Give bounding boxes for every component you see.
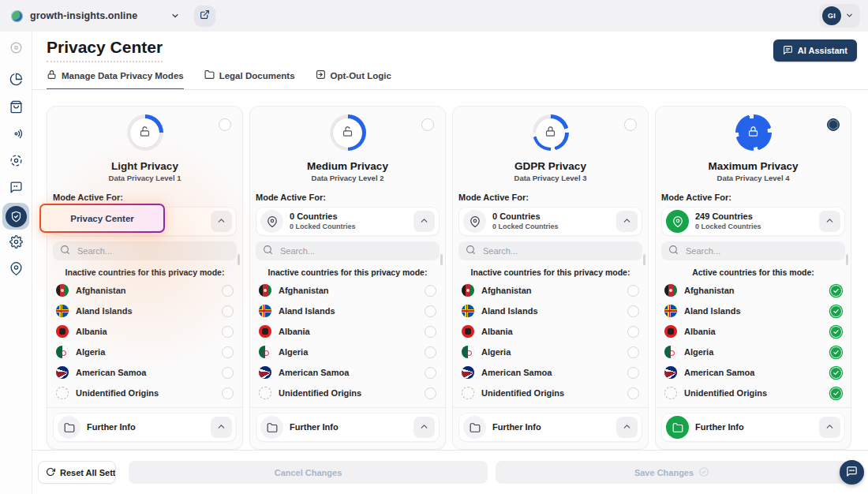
scrollbar-thumb[interactable] bbox=[643, 254, 645, 265]
country-search-input[interactable] bbox=[76, 245, 230, 256]
country-search[interactable] bbox=[458, 241, 642, 260]
further-info-row[interactable]: Further Info bbox=[53, 413, 237, 442]
country-select-circle[interactable] bbox=[627, 285, 639, 297]
country-active-check-icon[interactable] bbox=[830, 387, 842, 399]
country-row-unidentified-origins[interactable]: Unidentified Origins bbox=[53, 383, 237, 403]
country-row-aland-islands[interactable]: Aland Islands bbox=[661, 301, 845, 321]
country-active-check-icon[interactable] bbox=[830, 326, 842, 338]
country-search-input[interactable] bbox=[481, 245, 635, 256]
reset-all-settings-button[interactable]: Reset All Setti... bbox=[38, 461, 116, 484]
countries-summary-row[interactable]: 0 Countries 0 Locked Countries bbox=[256, 207, 440, 236]
save-changes-button[interactable]: Save Changes bbox=[496, 461, 848, 484]
sidebar-item-map-pin[interactable] bbox=[6, 260, 26, 280]
cancel-changes-button[interactable]: Cancel Changes bbox=[129, 461, 488, 484]
collapse-countries-button[interactable] bbox=[211, 211, 232, 232]
mode-select-radio[interactable] bbox=[827, 118, 840, 131]
countries-summary-row[interactable]: 249 Countries 0 Locked Countries bbox=[661, 207, 845, 236]
sidebar-item-chat[interactable] bbox=[6, 178, 26, 199]
country-select-circle[interactable] bbox=[425, 346, 436, 358]
country-active-check-icon[interactable] bbox=[830, 346, 842, 358]
sidebar-item-signal[interactable] bbox=[6, 125, 26, 145]
country-row-american-samoa[interactable]: American Samoa bbox=[256, 362, 440, 383]
country-row-unidentified-origins[interactable]: Unidentified Origins bbox=[256, 383, 440, 403]
collapse-further-info-button[interactable] bbox=[211, 417, 232, 438]
support-chat-fab[interactable] bbox=[840, 460, 864, 485]
country-row-afghanistan[interactable]: Afghanistan bbox=[53, 280, 237, 301]
sidebar-item-activity[interactable] bbox=[6, 39, 26, 59]
country-search[interactable] bbox=[661, 241, 845, 260]
mode-select-radio[interactable] bbox=[624, 118, 637, 131]
collapse-further-info-button[interactable] bbox=[413, 417, 435, 438]
sidebar-item-pie-chart[interactable] bbox=[6, 70, 26, 91]
tab-manage-data-privacy-modes[interactable]: Manage Data Privacy Modes bbox=[47, 69, 184, 90]
country-search[interactable] bbox=[53, 241, 237, 260]
further-info-row[interactable]: Further Info bbox=[458, 413, 642, 442]
sidebar-item-settings-gear[interactable] bbox=[6, 233, 26, 253]
country-row-afghanistan[interactable]: Afghanistan bbox=[256, 280, 440, 301]
collapse-further-info-button[interactable] bbox=[616, 417, 638, 438]
tab-opt-out-logic[interactable]: Opt-Out Logic bbox=[316, 69, 391, 90]
country-select-circle[interactable] bbox=[425, 326, 436, 338]
country-row-american-samoa[interactable]: American Samoa bbox=[53, 362, 237, 383]
country-row-albania[interactable]: Albania bbox=[458, 321, 642, 342]
country-select-circle[interactable] bbox=[222, 285, 234, 297]
country-select-circle[interactable] bbox=[222, 326, 234, 338]
country-row-algeria[interactable]: Algeria bbox=[661, 342, 845, 362]
countries-summary-row[interactable]: 0 Countries 0 Locked Countries bbox=[458, 207, 642, 236]
country-row-albania[interactable]: Albania bbox=[53, 321, 237, 342]
sidebar-item-privacy-center[interactable] bbox=[2, 203, 29, 230]
country-select-circle[interactable] bbox=[425, 367, 436, 379]
country-row-algeria[interactable]: Algeria bbox=[458, 342, 642, 362]
country-row-algeria[interactable]: Algeria bbox=[256, 342, 440, 362]
country-row-american-samoa[interactable]: American Samoa bbox=[661, 362, 845, 383]
country-select-circle[interactable] bbox=[627, 305, 639, 317]
country-select-circle[interactable] bbox=[222, 367, 234, 379]
country-active-check-icon[interactable] bbox=[830, 285, 842, 297]
country-select-circle[interactable] bbox=[425, 285, 436, 297]
country-select-circle[interactable] bbox=[627, 326, 639, 338]
sidebar-item-orbit[interactable] bbox=[6, 152, 26, 172]
mode-select-radio[interactable] bbox=[219, 118, 231, 131]
collapse-countries-button[interactable] bbox=[413, 211, 435, 232]
scrollbar-thumb[interactable] bbox=[440, 254, 443, 265]
country-row-afghanistan[interactable]: Afghanistan bbox=[458, 280, 642, 301]
site-dropdown-chevron-icon[interactable] bbox=[170, 11, 180, 21]
country-row-aland-islands[interactable]: Aland Islands bbox=[53, 301, 237, 321]
further-info-row[interactable]: Further Info bbox=[256, 413, 440, 442]
country-select-circle[interactable] bbox=[425, 305, 436, 317]
country-select-circle[interactable] bbox=[627, 387, 639, 399]
country-row-afghanistan[interactable]: Afghanistan bbox=[661, 280, 845, 301]
country-row-albania[interactable]: Albania bbox=[256, 321, 440, 342]
country-row-unidentified-origins[interactable]: Unidentified Origins bbox=[661, 383, 845, 403]
country-search-input[interactable] bbox=[684, 245, 838, 256]
scrollbar-thumb[interactable] bbox=[846, 254, 848, 265]
country-row-aland-islands[interactable]: Aland Islands bbox=[256, 301, 440, 321]
collapse-countries-button[interactable] bbox=[819, 211, 840, 232]
country-select-circle[interactable] bbox=[425, 387, 436, 399]
mode-select-radio[interactable] bbox=[421, 118, 434, 131]
country-search[interactable] bbox=[256, 241, 440, 260]
tab-legal-documents[interactable]: Legal Documents bbox=[204, 69, 295, 90]
country-row-albania[interactable]: Albania bbox=[661, 321, 845, 342]
country-row-american-samoa[interactable]: American Samoa bbox=[458, 362, 642, 383]
further-info-row[interactable]: Further Info bbox=[661, 413, 845, 442]
ai-assistant-button[interactable]: AI Assistant bbox=[773, 39, 857, 62]
scrollbar-thumb[interactable] bbox=[238, 254, 240, 265]
collapse-further-info-button[interactable] bbox=[819, 417, 840, 438]
country-active-check-icon[interactable] bbox=[830, 367, 842, 379]
open-external-button[interactable] bbox=[194, 6, 215, 27]
country-select-circle[interactable] bbox=[222, 387, 234, 399]
country-active-check-icon[interactable] bbox=[830, 305, 842, 317]
country-row-algeria[interactable]: Algeria bbox=[53, 342, 237, 362]
country-select-circle[interactable] bbox=[627, 346, 639, 358]
country-select-circle[interactable] bbox=[222, 305, 234, 317]
country-select-circle[interactable] bbox=[627, 367, 639, 379]
sidebar-item-shopping-bag[interactable] bbox=[6, 98, 26, 118]
country-row-aland-islands[interactable]: Aland Islands bbox=[458, 301, 642, 321]
collapse-countries-button[interactable] bbox=[616, 211, 638, 232]
account-menu[interactable]: GI bbox=[819, 4, 860, 28]
card-divider bbox=[250, 407, 445, 408]
country-search-input[interactable] bbox=[279, 245, 432, 256]
country-row-unidentified-origins[interactable]: Unidentified Origins bbox=[458, 383, 642, 403]
country-select-circle[interactable] bbox=[222, 346, 234, 358]
